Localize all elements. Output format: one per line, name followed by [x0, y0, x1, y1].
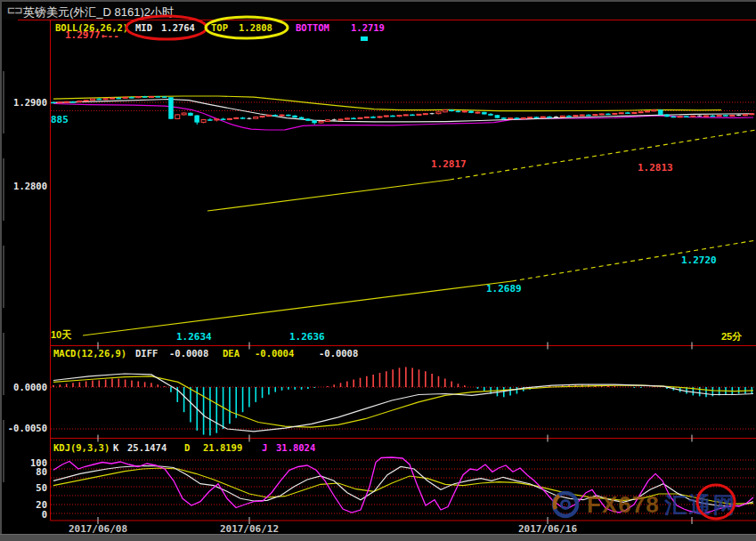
candle — [221, 117, 225, 120]
candle-body — [391, 116, 395, 117]
candle-body — [658, 110, 663, 115]
candle — [188, 112, 192, 116]
candle — [364, 117, 369, 118]
candle-body — [665, 115, 670, 117]
candle-body — [293, 116, 297, 117]
candle — [717, 115, 721, 117]
candle — [613, 113, 617, 115]
candle — [619, 112, 623, 114]
candle — [110, 98, 114, 100]
chart-canvas[interactable] — [0, 0, 756, 541]
candle — [168, 97, 173, 119]
candle-body — [240, 117, 245, 118]
candle — [541, 117, 545, 118]
candle — [567, 115, 572, 117]
frame — [4, 20, 756, 525]
candle — [234, 117, 239, 119]
candle-body — [345, 118, 349, 119]
candle — [430, 113, 435, 115]
candle — [423, 113, 427, 115]
scale-label-right: 25分 — [721, 330, 742, 343]
candle-body — [403, 115, 408, 116]
candle-body — [188, 113, 192, 116]
candle — [313, 120, 317, 125]
candle-body — [260, 117, 264, 117]
candle-body — [364, 117, 369, 117]
candle — [240, 117, 245, 118]
candle-body — [117, 98, 121, 99]
boll-lower-band — [53, 104, 753, 131]
boll-upper-band — [53, 96, 721, 111]
candle-body — [671, 117, 676, 117]
trendline-dashed — [450, 130, 756, 180]
candle — [391, 115, 395, 117]
main-panel — [51, 96, 756, 335]
candle-body — [593, 115, 597, 116]
candle — [691, 116, 695, 117]
candle — [90, 99, 94, 101]
candle-body — [168, 98, 173, 119]
candle-body — [221, 119, 225, 120]
candle-body — [652, 110, 656, 111]
candle — [646, 110, 650, 112]
candle-body — [423, 114, 427, 115]
candle — [730, 115, 735, 117]
candle — [378, 117, 382, 118]
candle — [247, 117, 251, 119]
candle — [175, 114, 180, 119]
candle — [384, 116, 388, 117]
candle — [201, 119, 206, 124]
candle — [678, 116, 682, 117]
candle-body — [142, 97, 147, 98]
candle-body — [162, 97, 167, 98]
candle-body — [352, 118, 356, 119]
candle — [462, 110, 467, 112]
candle — [266, 115, 271, 117]
candle — [534, 117, 539, 118]
candle — [515, 117, 519, 119]
candle — [711, 115, 715, 117]
candle-body — [469, 111, 474, 113]
candle-body — [462, 111, 467, 112]
watermark-brand: FX678 — [587, 491, 660, 519]
candle — [103, 98, 108, 100]
candle-body — [685, 117, 689, 117]
candle-body — [97, 99, 102, 100]
candle-body — [110, 98, 114, 99]
scale-label-left: 10天 — [51, 328, 71, 342]
candle-body — [411, 115, 415, 116]
candle — [293, 115, 297, 117]
candle-body — [704, 116, 709, 117]
candle-body — [613, 113, 617, 114]
candle-body — [299, 117, 304, 119]
candle — [626, 112, 630, 114]
candle-body — [58, 102, 62, 103]
candle — [697, 115, 702, 117]
candle-body — [548, 117, 552, 117]
macd-panel — [51, 367, 756, 435]
candle — [704, 116, 709, 117]
candle-body — [397, 116, 402, 117]
candle — [469, 110, 474, 113]
candle — [750, 113, 754, 115]
candle-body — [84, 101, 88, 101]
candle — [521, 117, 525, 119]
candle-body — [587, 115, 591, 116]
candle-body — [573, 116, 578, 117]
candle-body — [711, 116, 715, 117]
candle-body — [201, 120, 206, 123]
candle — [305, 118, 310, 121]
candle — [338, 119, 343, 121]
candle — [587, 114, 591, 116]
candle — [495, 115, 500, 118]
candle — [64, 101, 69, 102]
candle-body — [215, 119, 219, 120]
candle — [593, 114, 597, 116]
candle — [397, 115, 402, 117]
candle — [508, 117, 513, 119]
candle-body — [305, 119, 310, 121]
candle — [723, 115, 728, 117]
candle-body — [599, 114, 604, 115]
candle-body — [254, 117, 258, 118]
candle — [123, 97, 127, 99]
